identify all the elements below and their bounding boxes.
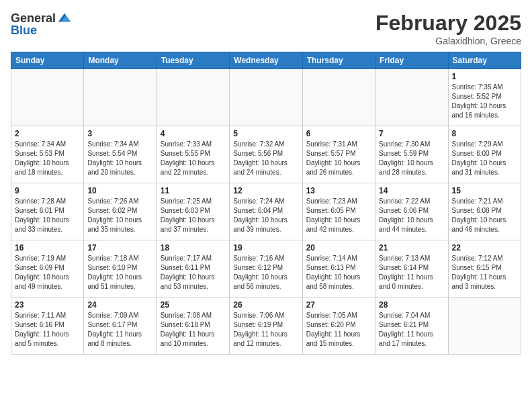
day-info: Sunrise: 7:29 AM Sunset: 6:00 PM Dayligh… <box>452 140 517 177</box>
day-info: Sunrise: 7:35 AM Sunset: 5:52 PM Dayligh… <box>452 83 517 120</box>
day-info: Sunrise: 7:25 AM Sunset: 6:03 PM Dayligh… <box>161 197 226 234</box>
calendar-header-row: SundayMondayTuesdayWednesdayThursdayFrid… <box>11 52 521 69</box>
day-info: Sunrise: 7:32 AM Sunset: 5:56 PM Dayligh… <box>233 140 298 177</box>
day-info: Sunrise: 7:22 AM Sunset: 6:06 PM Dayligh… <box>379 197 444 234</box>
calendar-day-cell: 10Sunrise: 7:26 AM Sunset: 6:02 PM Dayli… <box>84 183 157 240</box>
day-info: Sunrise: 7:17 AM Sunset: 6:11 PM Dayligh… <box>161 254 226 291</box>
day-info: Sunrise: 7:18 AM Sunset: 6:10 PM Dayligh… <box>87 254 152 291</box>
day-info: Sunrise: 7:34 AM Sunset: 5:53 PM Dayligh… <box>15 140 80 177</box>
calendar-day-cell: 20Sunrise: 7:14 AM Sunset: 6:13 PM Dayli… <box>302 240 375 298</box>
calendar-day-cell: 5Sunrise: 7:32 AM Sunset: 5:56 PM Daylig… <box>230 126 302 183</box>
day-number: 11 <box>161 186 226 195</box>
location: Galaxidhion, Greece <box>375 36 521 46</box>
calendar-day-header: Friday <box>375 52 448 69</box>
day-info: Sunrise: 7:09 AM Sunset: 6:17 PM Dayligh… <box>87 311 152 349</box>
day-number: 23 <box>15 300 80 310</box>
calendar-day-header: Wednesday <box>230 52 302 69</box>
day-info: Sunrise: 7:33 AM Sunset: 5:55 PM Dayligh… <box>161 140 226 177</box>
day-number: 8 <box>452 129 517 138</box>
day-info: Sunrise: 7:34 AM Sunset: 5:54 PM Dayligh… <box>87 140 152 177</box>
day-number: 1 <box>452 72 517 81</box>
calendar-day-header: Monday <box>84 52 157 69</box>
day-info: Sunrise: 7:19 AM Sunset: 6:09 PM Dayligh… <box>15 254 80 291</box>
day-info: Sunrise: 7:30 AM Sunset: 5:59 PM Dayligh… <box>379 140 444 177</box>
day-number: 28 <box>379 300 444 310</box>
logo: General Blue <box>11 11 72 38</box>
calendar-day-cell: 18Sunrise: 7:17 AM Sunset: 6:11 PM Dayli… <box>157 240 229 298</box>
day-info: Sunrise: 7:08 AM Sunset: 6:18 PM Dayligh… <box>161 311 226 349</box>
calendar-day-cell: 8Sunrise: 7:29 AM Sunset: 6:00 PM Daylig… <box>448 126 521 183</box>
calendar-week-row: 1Sunrise: 7:35 AM Sunset: 5:52 PM Daylig… <box>11 69 521 126</box>
day-number: 21 <box>379 243 444 253</box>
day-number: 15 <box>452 186 517 195</box>
calendar-day-cell: 21Sunrise: 7:13 AM Sunset: 6:14 PM Dayli… <box>375 240 448 298</box>
calendar-day-cell: 28Sunrise: 7:04 AM Sunset: 6:21 PM Dayli… <box>375 298 448 355</box>
calendar-table: SundayMondayTuesdayWednesdayThursdayFrid… <box>11 52 521 355</box>
calendar-day-cell: 15Sunrise: 7:21 AM Sunset: 6:08 PM Dayli… <box>448 183 521 240</box>
day-info: Sunrise: 7:24 AM Sunset: 6:04 PM Dayligh… <box>233 197 298 234</box>
calendar-day-cell: 25Sunrise: 7:08 AM Sunset: 6:18 PM Dayli… <box>157 298 229 355</box>
calendar-day-cell: 27Sunrise: 7:05 AM Sunset: 6:20 PM Dayli… <box>302 298 375 355</box>
day-number: 16 <box>15 243 80 253</box>
calendar-day-cell: 14Sunrise: 7:22 AM Sunset: 6:06 PM Dayli… <box>375 183 448 240</box>
day-number: 19 <box>233 243 298 253</box>
day-info: Sunrise: 7:11 AM Sunset: 6:16 PM Dayligh… <box>15 311 80 349</box>
calendar-day-cell: 23Sunrise: 7:11 AM Sunset: 6:16 PM Dayli… <box>11 298 84 355</box>
logo-blue: Blue <box>11 24 37 37</box>
calendar-day-cell: 2Sunrise: 7:34 AM Sunset: 5:53 PM Daylig… <box>11 126 84 183</box>
calendar-day-cell: 7Sunrise: 7:30 AM Sunset: 5:59 PM Daylig… <box>375 126 448 183</box>
calendar-day-cell: 11Sunrise: 7:25 AM Sunset: 6:03 PM Dayli… <box>157 183 229 240</box>
day-number: 17 <box>87 243 152 253</box>
day-number: 22 <box>452 243 517 253</box>
calendar-day-cell <box>230 69 302 126</box>
calendar-day-cell: 9Sunrise: 7:28 AM Sunset: 6:01 PM Daylig… <box>11 183 84 240</box>
calendar-day-cell <box>84 69 157 126</box>
calendar-day-cell: 16Sunrise: 7:19 AM Sunset: 6:09 PM Dayli… <box>11 240 84 298</box>
calendar-day-header: Sunday <box>11 52 84 69</box>
calendar-day-cell <box>157 69 229 126</box>
day-info: Sunrise: 7:05 AM Sunset: 6:20 PM Dayligh… <box>306 311 371 349</box>
day-info: Sunrise: 7:04 AM Sunset: 6:21 PM Dayligh… <box>379 311 444 349</box>
calendar-day-cell: 26Sunrise: 7:06 AM Sunset: 6:19 PM Dayli… <box>230 298 302 355</box>
day-info: Sunrise: 7:12 AM Sunset: 6:15 PM Dayligh… <box>452 254 517 291</box>
day-info: Sunrise: 7:16 AM Sunset: 6:12 PM Dayligh… <box>233 254 298 291</box>
day-number: 12 <box>233 186 298 195</box>
month-title: February 2025 <box>375 11 521 36</box>
calendar-day-cell: 4Sunrise: 7:33 AM Sunset: 5:55 PM Daylig… <box>157 126 229 183</box>
calendar-day-cell: 22Sunrise: 7:12 AM Sunset: 6:15 PM Dayli… <box>448 240 521 298</box>
day-number: 26 <box>233 300 298 310</box>
day-number: 13 <box>306 186 371 195</box>
day-number: 6 <box>306 129 371 138</box>
calendar-day-cell: 3Sunrise: 7:34 AM Sunset: 5:54 PM Daylig… <box>84 126 157 183</box>
day-number: 25 <box>161 300 226 310</box>
calendar-day-cell <box>375 69 448 126</box>
logo-icon <box>57 11 72 26</box>
calendar-day-cell: 17Sunrise: 7:18 AM Sunset: 6:10 PM Dayli… <box>84 240 157 298</box>
day-number: 2 <box>15 129 80 138</box>
calendar-day-cell: 6Sunrise: 7:31 AM Sunset: 5:57 PM Daylig… <box>302 126 375 183</box>
calendar-week-row: 9Sunrise: 7:28 AM Sunset: 6:01 PM Daylig… <box>11 183 521 240</box>
day-info: Sunrise: 7:06 AM Sunset: 6:19 PM Dayligh… <box>233 311 298 349</box>
day-number: 9 <box>15 186 80 195</box>
calendar-day-cell <box>302 69 375 126</box>
calendar-day-cell: 12Sunrise: 7:24 AM Sunset: 6:04 PM Dayli… <box>230 183 302 240</box>
calendar-day-cell: 19Sunrise: 7:16 AM Sunset: 6:12 PM Dayli… <box>230 240 302 298</box>
day-info: Sunrise: 7:28 AM Sunset: 6:01 PM Dayligh… <box>15 197 80 234</box>
calendar-day-cell <box>11 69 84 126</box>
day-number: 24 <box>87 300 152 310</box>
day-number: 27 <box>306 300 371 310</box>
calendar-day-cell: 13Sunrise: 7:23 AM Sunset: 6:05 PM Dayli… <box>302 183 375 240</box>
day-number: 4 <box>161 129 226 138</box>
day-info: Sunrise: 7:14 AM Sunset: 6:13 PM Dayligh… <box>306 254 371 291</box>
title-section: February 2025 Galaxidhion, Greece <box>375 11 521 46</box>
page-header: General Blue February 2025 Galaxidhion, … <box>11 11 521 46</box>
day-info: Sunrise: 7:21 AM Sunset: 6:08 PM Dayligh… <box>452 197 517 234</box>
day-number: 3 <box>87 129 152 138</box>
day-info: Sunrise: 7:31 AM Sunset: 5:57 PM Dayligh… <box>306 140 371 177</box>
day-number: 10 <box>87 186 152 195</box>
calendar-week-row: 23Sunrise: 7:11 AM Sunset: 6:16 PM Dayli… <box>11 298 521 355</box>
day-info: Sunrise: 7:23 AM Sunset: 6:05 PM Dayligh… <box>306 197 371 234</box>
calendar-day-header: Tuesday <box>157 52 229 69</box>
day-number: 5 <box>233 129 298 138</box>
day-info: Sunrise: 7:26 AM Sunset: 6:02 PM Dayligh… <box>87 197 152 234</box>
